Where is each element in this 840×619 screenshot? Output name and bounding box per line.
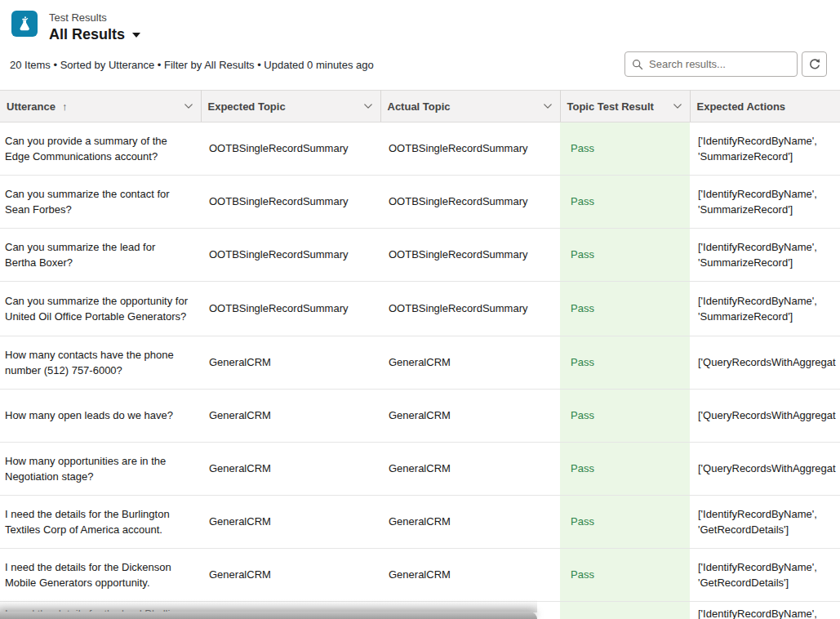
column-label: Topic Test Result xyxy=(567,100,654,113)
expected-actions-cell: ['IdentifyRecordByName', 'SummarizeRecor… xyxy=(690,176,840,229)
topic-test-result-cell: Pass xyxy=(560,336,690,390)
column-menu-button[interactable] xyxy=(361,99,376,114)
topic-test-result-cell: Pass xyxy=(560,390,690,443)
column-header-expected-topic[interactable]: Expected Topic xyxy=(201,91,380,122)
table-row: How many contacts have the phone number … xyxy=(0,336,840,390)
column-menu-button[interactable] xyxy=(540,99,555,114)
utterance-cell: Can you summarize the lead for Bertha Bo… xyxy=(0,229,201,282)
chevron-down-icon xyxy=(672,100,683,112)
result-status-text: Pass xyxy=(571,195,594,207)
flask-icon xyxy=(11,11,38,37)
result-status-text: Pass xyxy=(571,409,594,421)
column-header-expected-actions[interactable]: Expected Actions xyxy=(690,91,840,122)
expected-actions-cell: ['QueryRecordsWithAggregat xyxy=(690,443,840,496)
expected-topic-cell: GeneralCRM xyxy=(201,549,380,602)
actual-topic-cell: GeneralCRM xyxy=(380,336,560,390)
actual-topic-cell: GeneralCRM xyxy=(380,549,560,602)
expected-topic-cell: GeneralCRM xyxy=(201,496,380,549)
page-title-block: Test Results All Results xyxy=(49,11,140,43)
chevron-down-icon xyxy=(542,100,553,112)
utterance-cell: I need the details for the Burlington Te… xyxy=(0,496,201,549)
column-header-utterance[interactable]: Utterance↑ xyxy=(0,91,201,122)
expected-actions-cell: ['QueryRecordsWithAggregat xyxy=(690,390,840,443)
expected-topic-cell: OOTBSingleRecordSummary xyxy=(201,282,380,336)
result-status-text: Pass xyxy=(571,142,594,154)
column-menu-button[interactable] xyxy=(181,99,196,114)
utterance-cell: How many opportunities are in the Negoti… xyxy=(0,443,201,496)
expected-actions-cell: ['IdentifyRecordByName', 'SummarizeRecor… xyxy=(690,229,840,282)
table-header-row: Utterance↑Expected TopicActual TopicTopi… xyxy=(0,91,840,122)
expected-actions-cell: ['IdentifyRecordByName', 'SummarizeRecor… xyxy=(690,122,840,176)
result-status-text: Pass xyxy=(571,248,594,261)
table-row: I need the details for the Dickenson Mob… xyxy=(0,549,840,602)
expected-topic-cell: OOTBSingleRecordSummary xyxy=(201,229,380,282)
topic-test-result-cell: Pass xyxy=(560,496,690,549)
column-menu-button[interactable] xyxy=(670,99,685,114)
actual-topic-cell: GeneralCRM xyxy=(380,390,560,443)
expected-topic-cell: OOTBSingleRecordSummary xyxy=(201,176,380,229)
flask-glyph xyxy=(16,16,33,32)
bottom-window-edge[interactable] xyxy=(0,612,537,619)
utterance-cell: Can you summarize the contact for Sean F… xyxy=(0,176,201,229)
result-status-text: Pass xyxy=(571,568,594,581)
refresh-icon xyxy=(808,58,821,71)
table-row: I need the details for the Burlington Te… xyxy=(0,496,840,549)
actual-topic-cell: OOTBSingleRecordSummary xyxy=(380,122,560,176)
result-status-text: Pass xyxy=(571,515,594,528)
column-label: Actual Topic xyxy=(388,100,451,113)
column-label: Utterance xyxy=(7,100,56,113)
list-summary: 20 Items • Sorted by Utterance • Filter … xyxy=(10,59,374,71)
table-row: Can you provide a summary of the Edge Co… xyxy=(0,122,840,176)
result-status-text: Pass xyxy=(571,302,594,314)
topic-test-result-cell: Pass xyxy=(560,282,690,336)
actual-topic-cell: OOTBSingleRecordSummary xyxy=(380,282,560,336)
topic-test-result-cell: Pass xyxy=(560,122,690,176)
column-label: Expected Actions xyxy=(697,100,786,113)
chevron-down-icon xyxy=(362,100,374,112)
list-view-label: All Results xyxy=(49,25,125,43)
expected-actions-cell: ['IdentifyRecordByName', 'GetRecordDetai… xyxy=(690,496,840,549)
expected-topic-cell: OOTBSingleRecordSummary xyxy=(201,122,380,176)
expected-topic-cell: GeneralCRM xyxy=(201,390,380,443)
table-row: Can you summarize the contact for Sean F… xyxy=(0,176,840,229)
utterance-cell: Can you summarize the opportunity for Un… xyxy=(0,282,201,336)
expected-topic-cell: GeneralCRM xyxy=(201,336,380,390)
results-table-wrap: Utterance↑Expected TopicActual TopicTopi… xyxy=(0,90,840,619)
column-header-actual-topic[interactable]: Actual Topic xyxy=(380,91,560,122)
column-header-topic-test-result[interactable]: Topic Test Result xyxy=(560,91,690,122)
refresh-button[interactable] xyxy=(802,51,827,77)
test-results-page: Test Results All Results 20 Items • Sort… xyxy=(0,0,840,619)
expected-actions-cell: ['IdentifyRecordByName', xyxy=(690,602,840,619)
utterance-cell: Can you provide a summary of the Edge Co… xyxy=(0,122,201,176)
actual-topic-cell: OOTBSingleRecordSummary xyxy=(380,229,560,282)
results-table: Utterance↑Expected TopicActual TopicTopi… xyxy=(0,90,840,619)
table-row: How many open leads do we have?GeneralCR… xyxy=(0,390,840,443)
sort-asc-icon: ↑ xyxy=(62,100,68,113)
utterance-cell: How many open leads do we have? xyxy=(0,390,201,443)
topic-test-result-cell: Pass xyxy=(560,229,690,282)
search-input[interactable] xyxy=(649,58,790,70)
expected-actions-cell: ['QueryRecordsWithAggregat xyxy=(690,336,840,390)
chevron-down-icon xyxy=(132,33,140,38)
actual-topic-cell: OOTBSingleRecordSummary xyxy=(380,176,560,229)
actual-topic-cell: GeneralCRM xyxy=(380,496,560,549)
topic-test-result-cell xyxy=(560,602,690,619)
utterance-cell: How many contacts have the phone number … xyxy=(0,336,201,390)
topic-test-result-cell: Pass xyxy=(560,549,690,602)
topic-test-result-cell: Pass xyxy=(560,443,690,496)
search-box[interactable] xyxy=(624,51,798,77)
table-row: Can you summarize the opportunity for Un… xyxy=(0,282,840,336)
list-view-selector[interactable]: All Results xyxy=(49,25,140,43)
expected-actions-cell: ['IdentifyRecordByName', 'SummarizeRecor… xyxy=(690,282,840,336)
topic-test-result-cell: Pass xyxy=(560,176,690,229)
expected-actions-cell: ['IdentifyRecordByName', 'GetRecordDetai… xyxy=(690,549,840,602)
object-label: Test Results xyxy=(49,11,140,24)
table-row: How many opportunities are in the Negoti… xyxy=(0,443,840,496)
expected-topic-cell: GeneralCRM xyxy=(201,443,380,496)
search-icon xyxy=(632,59,643,70)
table-row: Can you summarize the lead for Bertha Bo… xyxy=(0,229,840,282)
actual-topic-cell: GeneralCRM xyxy=(380,443,560,496)
result-status-text: Pass xyxy=(571,356,594,368)
chevron-down-icon xyxy=(183,100,194,112)
utterance-cell: I need the details for the Dickenson Mob… xyxy=(0,549,201,602)
